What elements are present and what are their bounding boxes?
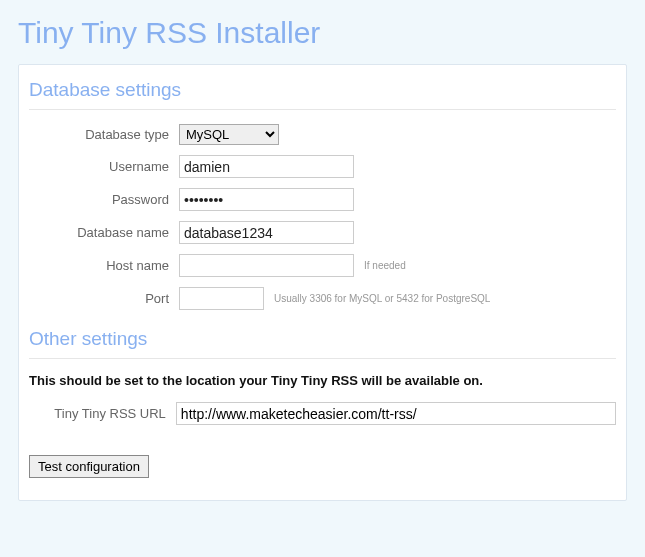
database-heading: Database settings (29, 79, 616, 103)
label-dbname: Database name (29, 225, 179, 240)
label-db-type: Database type (29, 127, 179, 142)
row-password: Password (29, 188, 616, 211)
username-field[interactable] (179, 155, 354, 178)
db-type-select[interactable]: MySQL (179, 124, 279, 145)
label-host: Host name (29, 258, 179, 273)
row-db-type: Database type MySQL (29, 124, 616, 145)
host-field[interactable] (179, 254, 354, 277)
url-note: This should be set to the location your … (29, 373, 616, 388)
label-port: Port (29, 291, 179, 306)
row-dbname: Database name (29, 221, 616, 244)
label-password: Password (29, 192, 179, 207)
divider (29, 109, 616, 110)
row-port: Port Usually 3306 for MySQL or 5432 for … (29, 287, 616, 310)
dbname-field[interactable] (179, 221, 354, 244)
row-username: Username (29, 155, 616, 178)
label-username: Username (29, 159, 179, 174)
hint-host: If needed (364, 260, 406, 271)
label-url: Tiny Tiny RSS URL (29, 406, 176, 421)
port-field[interactable] (179, 287, 264, 310)
row-host: Host name If needed (29, 254, 616, 277)
panel: Database settings Database type MySQL Us… (18, 64, 627, 501)
row-url: Tiny Tiny RSS URL (29, 402, 616, 425)
page-title: Tiny Tiny RSS Installer (18, 16, 627, 50)
password-field[interactable] (179, 188, 354, 211)
hint-port: Usually 3306 for MySQL or 5432 for Postg… (274, 293, 490, 304)
installer-wrap: Tiny Tiny RSS Installer Database setting… (0, 0, 645, 501)
test-configuration-button[interactable]: Test configuration (29, 455, 149, 478)
other-heading: Other settings (29, 328, 616, 352)
divider (29, 358, 616, 359)
url-field[interactable] (176, 402, 616, 425)
